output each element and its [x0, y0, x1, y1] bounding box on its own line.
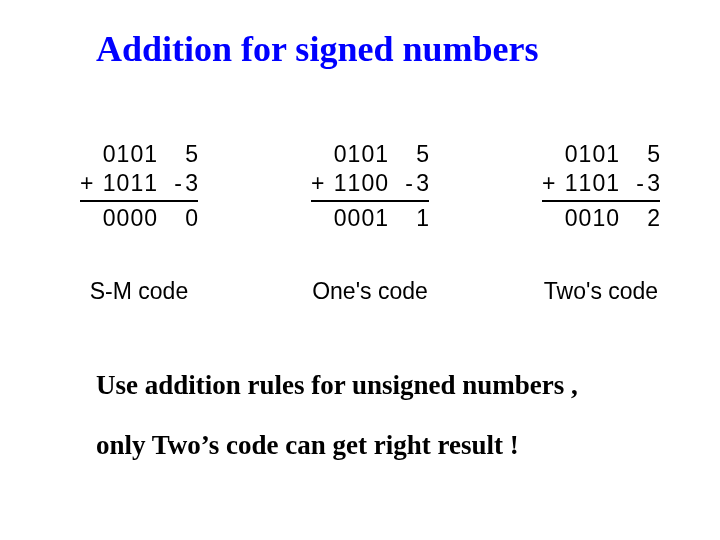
code-label: One's code: [312, 278, 428, 305]
result-decimal: 0: [182, 204, 198, 233]
result-row: 0000 0: [80, 204, 198, 233]
operand-1-row: 0101 5: [542, 140, 660, 169]
op2-dec-sign: -: [399, 169, 413, 198]
plus-sign: +: [80, 169, 98, 198]
page-title: Addition for signed numbers: [96, 28, 538, 70]
plus-sign: +: [542, 169, 560, 198]
sum-rule-line: [542, 200, 660, 202]
addition-block: 0101 5 + 1101 - 3 0010 2: [542, 140, 660, 232]
op1-binary: 0101: [329, 140, 389, 169]
body-line-2: only Two’s code can get right result !: [96, 430, 519, 461]
op2-binary: 1011: [98, 169, 158, 198]
result-decimal: 1: [413, 204, 429, 233]
result-binary: 0010: [560, 204, 620, 233]
op1-decimal: 5: [413, 140, 429, 169]
op1-binary: 0101: [560, 140, 620, 169]
result-row: 0001 1: [311, 204, 429, 233]
example-twos-code: 0101 5 + 1101 - 3 0010 2 Two's code: [542, 140, 660, 305]
operand-1-row: 0101 5: [80, 140, 198, 169]
op1-binary: 0101: [98, 140, 158, 169]
result-row: 0010 2: [542, 204, 660, 233]
example-ones-code: 0101 5 + 1100 - 3 0001 1 One's code: [311, 140, 429, 305]
body-line-1: Use addition rules for unsigned numbers …: [96, 370, 578, 401]
operand-1-row: 0101 5: [311, 140, 429, 169]
op1-decimal: 5: [182, 140, 198, 169]
op2-decimal: 3: [182, 169, 198, 198]
addition-block: 0101 5 + 1100 - 3 0001 1: [311, 140, 429, 232]
result-decimal: 2: [644, 204, 660, 233]
op1-decimal: 5: [644, 140, 660, 169]
operand-2-row: + 1100 - 3: [311, 169, 429, 198]
op2-decimal: 3: [413, 169, 429, 198]
op2-decimal: 3: [644, 169, 660, 198]
examples-row: 0101 5 + 1011 - 3 0000 0 S-M code: [80, 140, 660, 305]
sum-rule-line: [80, 200, 198, 202]
operand-2-row: + 1011 - 3: [80, 169, 198, 198]
example-sm-code: 0101 5 + 1011 - 3 0000 0 S-M code: [80, 140, 198, 305]
code-label: S-M code: [90, 278, 188, 305]
op2-binary: 1100: [329, 169, 389, 198]
op2-binary: 1101: [560, 169, 620, 198]
result-binary: 0000: [98, 204, 158, 233]
sum-rule-line: [311, 200, 429, 202]
op2-dec-sign: -: [630, 169, 644, 198]
addition-block: 0101 5 + 1011 - 3 0000 0: [80, 140, 198, 232]
code-label: Two's code: [544, 278, 658, 305]
operand-2-row: + 1101 - 3: [542, 169, 660, 198]
plus-sign: +: [311, 169, 329, 198]
op2-dec-sign: -: [168, 169, 182, 198]
result-binary: 0001: [329, 204, 389, 233]
